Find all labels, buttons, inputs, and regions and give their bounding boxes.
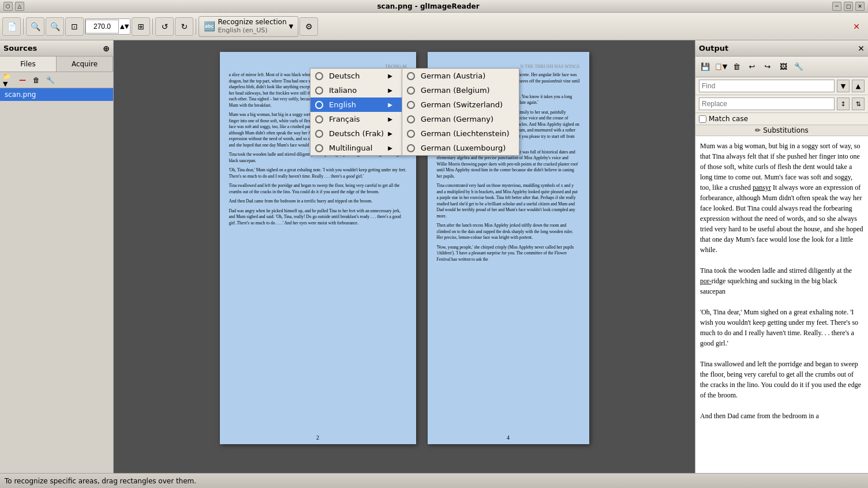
toolbar-sep-3 [196,18,196,35]
acquire-tab[interactable]: Acquire [57,57,113,72]
german-germany-radio [407,115,415,123]
output-image-button[interactable]: 🖼 [776,59,791,74]
recognize-label: Recognize selection [218,18,286,27]
german-belgium-item[interactable]: German (Belgium) [402,83,519,97]
zoom-input[interactable]: 270.0 [85,20,119,33]
output-text[interactable]: Mum was a big woman, but big in a soggy … [695,136,868,473]
app-icon: ⬡ [3,2,13,11]
german-austria-radio [407,72,415,80]
deutsch-frak-radio [315,130,323,138]
file-settings-button[interactable]: 🔧 [44,74,57,87]
status-text: To recognize specific areas, drag rectan… [5,477,196,485]
zoom-out-button[interactable]: 🔍 [26,17,44,36]
remove-file-button[interactable]: — [16,74,29,87]
english-radio [315,101,323,109]
files-tab[interactable]: Files [0,57,57,72]
german-belgium-radio [407,87,415,95]
find-down-button[interactable]: ▼ [837,80,850,92]
german-switzerland-radio [407,101,415,109]
main-toolbar: 📄 🔍 🔍 ⊡ 270.0 ▲▼ ⊞ ↺ ↻ 🔤 Recognize selec… [0,13,868,40]
sidebar-collapse-button[interactable]: ⊕ [103,44,110,53]
german-austria-item[interactable]: German (Austria) [402,69,519,83]
replace-all-button[interactable]: ⇅ [852,97,865,110]
output-clear-button[interactable]: 🗑 [729,59,744,74]
output-panel: Output ✕ 💾 📋▼ 🗑 ↩ ↪ 🖼 🔧 ▼ ▲ ↕ ⇅ Match ca… [695,40,868,473]
output-settings-button[interactable]: 🔧 [791,59,806,74]
minimize-button[interactable]: ─ [832,2,841,11]
output-redo-button[interactable]: ↪ [760,59,775,74]
german-liechtenstein-item[interactable]: German (Liechtenstein) [402,126,519,141]
italiano-arrow: ▶ [388,87,392,93]
sources-title: Sources [3,44,37,52]
output-header: Output ✕ [695,40,868,57]
file-item[interactable]: scan.png [0,88,113,101]
francais-item[interactable]: Français ▶ [310,112,402,126]
status-bar: To recognize specific areas, drag rectan… [0,473,868,488]
page-2-number: 2 [316,434,319,441]
find-up-button[interactable]: ▲ [852,80,865,92]
settings-button[interactable]: ⚙ [300,17,318,36]
pencil-icon: ✏ [755,126,761,134]
page-4-number: 4 [507,434,510,441]
output-save-button[interactable]: 💾 [698,59,713,74]
toolbar-sep-1 [23,18,24,35]
multilingual-item[interactable]: Multilingual ▶ [310,141,402,155]
german-germany-item[interactable]: German (Germany) [402,112,519,126]
window-controls: ─ □ ✕ [832,2,865,11]
pansyr-underline: pansyr [753,183,771,192]
replace-button[interactable]: ↕ [837,97,850,110]
deutsch-arrow: ▶ [388,73,392,79]
zoom-fit-button[interactable]: ⊡ [65,17,84,36]
francais-radio [315,115,323,123]
canvas-area[interactable]: TRONG-M a slice of mirror left. Most of … [114,40,695,473]
english-arrow: ▶ [388,102,392,108]
output-title: Output [699,44,728,52]
open-button[interactable]: 📄 [2,17,21,36]
close-right-button[interactable]: ✕ [847,17,866,36]
substitutions-button[interactable]: ✏ Substitutions [695,125,868,136]
output-undo-button[interactable]: ↩ [744,59,760,74]
output-toolbar: 💾 📋▼ 🗑 ↩ ↪ 🖼 🔧 [695,57,868,77]
recognize-button[interactable]: 🔤 Recognize selection English (en_US) ▼ [199,16,298,37]
deutsch-radio [315,72,323,80]
zoom-spinner[interactable]: ▲▼ [119,23,130,29]
rotate-cw-button[interactable]: ↻ [175,17,193,36]
german-switzerland-item[interactable]: German (Switzerland) [402,97,519,112]
close-button[interactable]: ✕ [855,2,865,11]
page-select-button[interactable]: ⊞ [132,17,150,36]
deutsch-item[interactable]: Deutsch ▶ [310,69,402,83]
app-icon2: △ [15,2,24,11]
sidebar: Sources ⊕ Files Acquire 📁▼ — 🗑 🔧 scan.pn… [0,40,114,473]
italiano-item[interactable]: Italiano ▶ [310,83,402,97]
german-luxembourg-item[interactable]: German (Luxembourg) [402,141,519,155]
match-case-checkbox[interactable] [699,115,706,123]
clear-files-button[interactable]: 🗑 [30,74,43,87]
sidebar-toolbar: 📁▼ — 🗑 🔧 [0,72,113,88]
add-file-button[interactable]: 📁▼ [2,74,15,87]
output-close-button[interactable]: ✕ [858,44,865,53]
deutsch-frak-item[interactable]: Deutsch (Frak) ▶ [310,126,402,141]
sidebar-header: Sources ⊕ [0,40,113,57]
english-item[interactable]: English ▶ [310,97,402,112]
replace-input[interactable] [699,97,835,110]
language-menu: Deutsch ▶ Italiano ▶ English ▶ Français … [310,68,402,156]
german-luxembourg-radio [407,144,415,152]
output-copy-button[interactable]: 📋▼ [713,59,728,74]
german-submenu: German (Austria) German (Belgium) German… [402,68,519,156]
main-layout: Sources ⊕ Files Acquire 📁▼ — 🗑 🔧 scan.pn… [0,40,868,473]
recognize-lang: English (en_US) [218,27,286,35]
recognize-dropdown-arrow[interactable]: ▼ [289,23,294,29]
title-bar: ⬡ △ scan.png - glImageReader ─ □ ✕ [0,0,868,13]
italiano-radio [315,87,323,95]
german-liechtenstein-radio [407,130,415,138]
find-input[interactable] [699,80,835,92]
title-bar-left: ⬡ △ [3,2,24,11]
rotate-ccw-button[interactable]: ↺ [155,17,174,36]
por-underline: por- [700,277,712,285]
multilingual-radio [315,144,323,152]
zoom-control[interactable]: 270.0 ▲▼ [85,18,130,35]
match-case-label: Match case [709,115,748,123]
zoom-in-button[interactable]: 🔍 [46,17,64,36]
maximize-button[interactable]: □ [844,2,853,11]
multilingual-arrow: ▶ [388,145,392,151]
